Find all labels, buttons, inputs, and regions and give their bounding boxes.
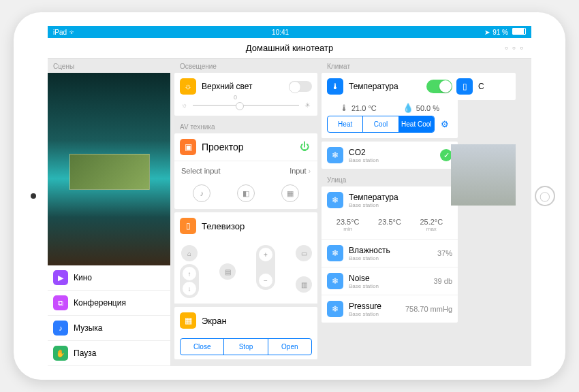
- out-noise-row[interactable]: ❄ NoiseBase station 39 db: [322, 267, 458, 295]
- brightness-slider-row: ☼ 0 ☀: [174, 100, 317, 116]
- remote-up[interactable]: ↑: [183, 267, 196, 280]
- source-music[interactable]: ♪: [193, 184, 210, 202]
- scene-label: Пауза: [74, 348, 96, 358]
- tv-card: ▯ Телевизор ⌂ ↑ ↓ ▤: [174, 212, 317, 304]
- bulb-icon: ☼: [180, 78, 196, 95]
- climate-mode-seg: Heat Cool Heat Cool: [327, 116, 435, 133]
- remote-rec[interactable]: ▭: [296, 245, 312, 261]
- scene-icon: ✋: [53, 346, 68, 361]
- peek-label: С: [478, 82, 510, 91]
- screen-card: ▦ Экран Close Stop Open: [174, 307, 317, 359]
- temp-icon: 🌡: [340, 103, 349, 113]
- source-sat[interactable]: ◧: [237, 184, 255, 202]
- projector-card: ▣ Проектор ⏻ Select input Input › ♪ ◧ ▦: [174, 133, 317, 209]
- scene-label: Конференция: [74, 298, 126, 308]
- light-name: Верхний свет: [202, 82, 283, 91]
- av-label: AV техника: [174, 119, 317, 133]
- scene-list: ▶ Кино ⧉ Конференция ♪ Музыка ✋ Пауза: [48, 265, 170, 366]
- power-icon[interactable]: ⏻: [300, 141, 312, 153]
- remote-pad: ⌂ ↑ ↓ ▤ + −: [174, 240, 317, 304]
- scene-item-music[interactable]: ♪ Музыка: [48, 316, 170, 341]
- device-label: iPad: [53, 29, 67, 36]
- snowflake-icon: ❄: [327, 245, 343, 261]
- av-column: Освещение ☼ Верхний свет ☼ 0 ☀ AV техник…: [174, 59, 317, 366]
- outdoor-label: Улица: [322, 172, 458, 186]
- scenes-column: Сцены ▶ Кино ⧉ Конференция ♪ Музыка: [48, 59, 170, 366]
- out-humidity-row[interactable]: ❄ ВлажностьBase station 37%: [322, 239, 458, 267]
- climate-values: 🌡21.0 °C 💧50.0 %: [322, 100, 458, 116]
- title-bar: Домашний кинотеатр ○ ○ ○: [48, 38, 531, 59]
- peek-image: [451, 144, 516, 206]
- content: Сцены ▶ Кино ⧉ Конференция ♪ Музыка: [48, 59, 531, 366]
- remote-down[interactable]: ↓: [183, 282, 196, 295]
- dim-icon: ☼: [181, 101, 187, 109]
- light-toggle[interactable]: [289, 81, 312, 92]
- lighting-card: ☼ Верхний свет ☼ 0 ☀: [174, 73, 317, 116]
- home-button[interactable]: ◯: [535, 186, 555, 206]
- gear-icon[interactable]: ⚙: [437, 117, 452, 132]
- select-input-row[interactable]: Select input Input ›: [174, 161, 317, 180]
- remote-menu[interactable]: ▤: [219, 263, 236, 280]
- scene-icon: ♪: [53, 321, 68, 336]
- screen-label: Экран: [202, 316, 312, 326]
- scene-item-cinema[interactable]: ▶ Кино: [48, 265, 170, 291]
- screen-controls: Close Stop Open: [180, 338, 312, 355]
- out-pressure-row[interactable]: ❄ PressureBase station 758.70 mmHg: [322, 295, 458, 323]
- lighting-label: Освещение: [174, 59, 317, 73]
- peek-card[interactable]: ▯ С: [451, 73, 516, 100]
- outdoor-card: ❄ Температура Base station 23.5°Cmin 23.…: [322, 186, 458, 323]
- screen-icon: ▦: [180, 312, 196, 329]
- climate-label: Климат: [322, 59, 458, 73]
- status-bar: iPad ᯤ 10:41 ➤ 91 %: [48, 26, 531, 38]
- climate-card: 🌡 Температура 🌡21.0 °C 💧50.0 % Heat Cool…: [322, 73, 458, 138]
- scene-icon: ⧉: [53, 295, 68, 310]
- screen-stop[interactable]: Stop: [224, 339, 268, 355]
- scene-label: Музыка: [74, 323, 102, 333]
- more-icon[interactable]: ○ ○ ○: [505, 45, 525, 51]
- tablet-camera: [31, 193, 36, 199]
- projector-icon: ▣: [180, 139, 196, 155]
- out-temp-values: 23.5°Cmin 23.5°C 25.2°Cmax: [322, 214, 458, 239]
- peek-column: ▯ С: [451, 59, 516, 366]
- bright-icon: ☀: [304, 101, 311, 109]
- climate-column: Климат 🌡 Температура 🌡21.0 °C 💧50.0 % He…: [322, 59, 458, 366]
- scene-item-pause[interactable]: ✋ Пауза: [48, 341, 170, 366]
- remote-guide[interactable]: ▥: [296, 276, 312, 293]
- battery-icon: [511, 28, 526, 36]
- remote-nav-pill: ↑ ↓: [180, 264, 199, 298]
- source-game[interactable]: ▦: [281, 184, 299, 202]
- mode-cool[interactable]: Cool: [363, 116, 398, 132]
- location-icon: ➤: [484, 29, 490, 36]
- drop-icon: 💧: [403, 103, 413, 113]
- brightness-slider[interactable]: 0: [193, 105, 299, 106]
- remote-home[interactable]: ⌂: [181, 245, 198, 261]
- climate-temp-label: Температура: [349, 82, 421, 91]
- thermometer-icon: 🌡: [327, 78, 343, 95]
- snowflake-icon: ❄: [327, 273, 343, 289]
- scene-label: Кино: [74, 273, 92, 282]
- battery-label: 91 %: [492, 29, 508, 36]
- out-temp-label: Температура Base station: [349, 193, 452, 208]
- clock: 10:41: [272, 29, 289, 36]
- co2-card[interactable]: ❄ CO2 Base station ✓: [322, 142, 458, 169]
- scene-item-conference[interactable]: ⧉ Конференция: [48, 291, 170, 316]
- mode-heat[interactable]: Heat: [328, 116, 363, 132]
- screen-close[interactable]: Close: [181, 339, 224, 355]
- tv-icon: ▯: [180, 218, 196, 234]
- chevron-right-icon: ›: [309, 167, 311, 175]
- page-title: Домашний кинотеатр: [246, 43, 333, 53]
- screen-open[interactable]: Open: [268, 339, 311, 355]
- tv-label: Телевизор: [202, 221, 312, 231]
- projector-label: Проектор: [202, 142, 294, 152]
- wifi-icon: ᯤ: [69, 29, 76, 36]
- volume-up[interactable]: +: [259, 248, 272, 261]
- snowflake-icon: ❄: [327, 192, 343, 208]
- volume-down[interactable]: −: [259, 274, 272, 287]
- climate-toggle[interactable]: [426, 80, 452, 93]
- peek-section-label: [451, 59, 516, 73]
- tablet-frame: ◯ iPad ᯤ 10:41 ➤ 91 % Домашний кинотеатр…: [14, 12, 565, 380]
- scene-image: [48, 73, 170, 265]
- co2-icon: ❄: [327, 147, 343, 163]
- mode-heatcool[interactable]: Heat Cool: [399, 116, 434, 132]
- snowflake-icon: ❄: [327, 301, 343, 317]
